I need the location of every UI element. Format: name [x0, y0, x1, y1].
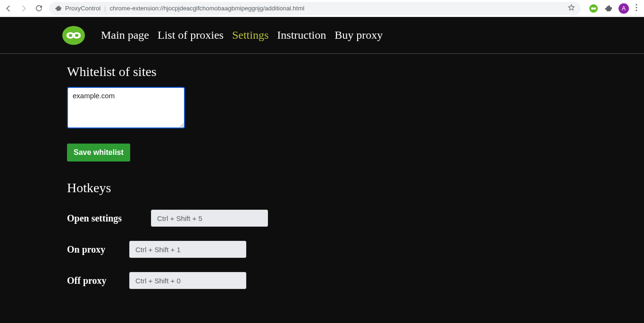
profile-avatar[interactable]: A	[619, 3, 629, 14]
separator: |	[104, 5, 106, 12]
forward-button[interactable]	[19, 4, 28, 13]
url-text: chrome-extension://hjocpjdeacglfchomobaa…	[110, 5, 305, 12]
proxycontrol-ext-icon[interactable]	[589, 4, 598, 13]
avatar-letter: A	[622, 5, 626, 12]
hotkey-input-open-settings[interactable]	[151, 210, 268, 227]
extensions-icon[interactable]	[604, 4, 612, 13]
hotkey-label: Open settings	[67, 213, 151, 224]
svg-point-2	[636, 4, 637, 5]
toolbar-right: A	[586, 3, 640, 14]
hotkey-input-off-proxy[interactable]	[129, 272, 246, 289]
hotkey-label: On proxy	[67, 244, 129, 255]
whitelist-textarea[interactable]	[67, 87, 185, 128]
browser-toolbar: ProxyControl | chrome-extension://hjocpj…	[0, 0, 644, 17]
top-nav: Main page List of proxies Settings Instr…	[0, 17, 644, 54]
nav-instruction[interactable]: Instruction	[277, 29, 326, 42]
page-title-text: ProxyControl	[65, 5, 100, 12]
svg-point-1	[594, 7, 596, 9]
hotkey-row-off-proxy: Off proxy	[67, 272, 644, 289]
hotkey-input-on-proxy[interactable]	[129, 241, 246, 258]
back-button[interactable]	[4, 4, 13, 13]
extension-icon	[55, 4, 61, 12]
nav-buy-proxy[interactable]: Buy proxy	[335, 29, 383, 42]
hotkeys-heading: Hotkeys	[67, 180, 644, 196]
nav-main-page[interactable]: Main page	[101, 29, 149, 42]
save-whitelist-button[interactable]: Save whitelist	[67, 144, 130, 162]
app-logo[interactable]	[62, 26, 85, 45]
svg-point-7	[69, 34, 73, 36]
address-bar[interactable]: ProxyControl | chrome-extension://hjocpj…	[49, 2, 581, 15]
svg-point-3	[636, 7, 637, 8]
hotkey-row-on-proxy: On proxy	[67, 241, 644, 258]
hotkey-row-open-settings: Open settings	[67, 210, 644, 227]
hotkey-label: Off proxy	[67, 275, 129, 286]
svg-point-4	[636, 9, 637, 11]
kebab-menu-icon[interactable]	[636, 4, 637, 13]
svg-point-8	[75, 34, 79, 36]
bookmark-star-icon[interactable]	[568, 4, 575, 13]
reload-button[interactable]	[34, 4, 43, 13]
content-area: Whitelist of sites Save whitelist Hotkey…	[0, 54, 644, 289]
page-body: Main page List of proxies Settings Instr…	[0, 17, 644, 323]
svg-point-0	[591, 7, 594, 9]
nav-settings[interactable]: Settings	[232, 29, 268, 42]
nav-list-of-proxies[interactable]: List of proxies	[158, 29, 224, 42]
whitelist-heading: Whitelist of sites	[67, 64, 644, 79]
